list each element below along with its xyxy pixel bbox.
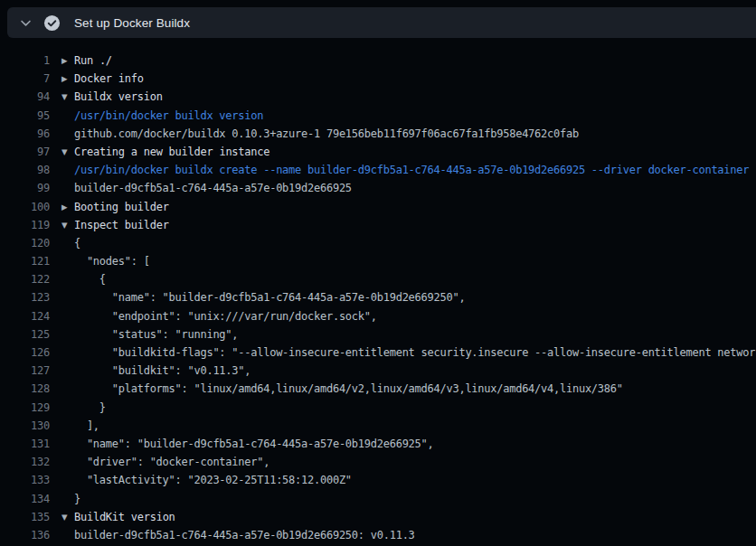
group-toggle[interactable]: ▼Inspect builder <box>50 216 756 234</box>
output-text: "lastActivity": "2023-02-25T11:58:12.000… <box>50 471 756 489</box>
log-line: 125 "status": "running", <box>0 325 756 344</box>
log-group-line[interactable]: 94▼Buildx version <box>0 88 756 106</box>
line-number[interactable]: 97 <box>0 143 50 161</box>
line-number[interactable]: 7 <box>0 70 50 88</box>
line-number[interactable]: 136 <box>0 526 50 544</box>
log-line: 126 "buildkitd-flags": "--allow-insecure… <box>0 344 756 362</box>
output-text: "buildkit": "v0.11.3", <box>50 362 756 380</box>
log-line: 121 "nodes": [ <box>0 252 756 270</box>
output-text: { <box>50 270 756 288</box>
line-number[interactable]: 95 <box>0 107 50 125</box>
triangle-expanded-icon: ▼ <box>61 143 74 161</box>
output-text: "platforms": "linux/amd64,linux/amd64/v2… <box>50 380 756 398</box>
group-toggle[interactable]: ▶Run ./ <box>50 52 756 70</box>
line-number[interactable]: 130 <box>0 417 50 435</box>
output-text: } <box>50 399 756 417</box>
group-toggle[interactable]: ▼BuildKit version <box>50 508 756 526</box>
group-label: Buildx version <box>74 90 163 103</box>
line-number[interactable]: 133 <box>0 471 50 489</box>
output-text: "name": "builder-d9cfb5a1-c764-445a-a57e… <box>50 288 756 306</box>
line-number[interactable]: 126 <box>0 344 50 362</box>
group-label: Booting builder <box>74 201 169 213</box>
log-line: 136 builder-d9cfb5a1-c764-445a-a57e-0b19… <box>0 526 756 544</box>
log-group-line[interactable]: 119▼Inspect builder <box>0 216 756 234</box>
line-number[interactable]: 96 <box>0 125 50 143</box>
output-text: ], <box>50 417 756 435</box>
line-number[interactable]: 125 <box>0 325 50 344</box>
group-label: Inspect builder <box>74 219 169 231</box>
log-line: 96 github.com/docker/buildx 0.10.3+azure… <box>0 125 756 143</box>
group-toggle[interactable]: ▼Buildx version <box>50 88 756 106</box>
triangle-collapsed-icon: ▶ <box>61 52 74 70</box>
log-lines: 1▶Run ./7▶Docker info94▼Buildx version95… <box>0 52 756 544</box>
triangle-collapsed-icon: ▶ <box>61 70 74 88</box>
log-line: 127 "buildkit": "v0.11.3", <box>0 362 756 380</box>
chevron-down-icon[interactable] <box>13 17 38 29</box>
log-line: 98 /usr/bin/docker buildx create --name … <box>0 161 756 179</box>
group-toggle[interactable]: ▼Creating a new builder instance <box>50 143 756 161</box>
line-number[interactable]: 1 <box>0 52 50 70</box>
log-line: 99 builder-d9cfb5a1-c764-445a-a57e-0b19d… <box>0 179 756 197</box>
log-line: 120 { <box>0 234 756 252</box>
output-text: builder-d9cfb5a1-c764-445a-a57e-0b19d2e6… <box>50 526 756 544</box>
line-number[interactable]: 99 <box>0 179 50 197</box>
step-title: Set up Docker Buildx <box>74 16 190 30</box>
line-number[interactable]: 124 <box>0 307 50 325</box>
log-line: 129 } <box>0 399 756 417</box>
check-circle-icon <box>42 14 61 32</box>
output-text: "nodes": [ <box>50 252 756 270</box>
group-toggle[interactable]: ▶Booting builder <box>50 198 756 216</box>
log-group-line[interactable]: 100▶Booting builder <box>0 198 756 216</box>
line-number[interactable]: 94 <box>0 88 50 106</box>
log-line: 130 ], <box>0 417 756 435</box>
output-text: "endpoint": "unix:///var/run/docker.sock… <box>50 307 756 325</box>
log-group-line[interactable]: 7▶Docker info <box>0 70 756 88</box>
log-line: 133 "lastActivity": "2023-02-25T11:58:12… <box>0 471 756 489</box>
command-text: /usr/bin/docker buildx create --name bui… <box>50 161 756 179</box>
log-group-line[interactable]: 97▼Creating a new builder instance <box>0 143 756 161</box>
line-number[interactable]: 135 <box>0 508 50 526</box>
line-number[interactable]: 100 <box>0 198 50 216</box>
output-text: "status": "running", <box>50 325 756 344</box>
log-line: 122 { <box>0 270 756 288</box>
line-number[interactable]: 127 <box>0 362 50 380</box>
log-line: 132 "driver": "docker-container", <box>0 453 756 471</box>
output-text: builder-d9cfb5a1-c764-445a-a57e-0b19d2e6… <box>50 179 756 197</box>
log-line: 131 "name": "builder-d9cfb5a1-c764-445a-… <box>0 435 756 453</box>
triangle-expanded-icon: ▼ <box>61 508 74 526</box>
log-line: 124 "endpoint": "unix:///var/run/docker.… <box>0 307 756 325</box>
output-text: github.com/docker/buildx 0.10.3+azure-1 … <box>50 125 756 143</box>
log-line: 95 /usr/bin/docker buildx version <box>0 107 756 125</box>
line-number[interactable]: 129 <box>0 399 50 417</box>
output-text: } <box>50 490 756 508</box>
group-label: Docker info <box>74 72 144 85</box>
output-text: "buildkitd-flags": "--allow-insecure-ent… <box>50 344 756 362</box>
line-number[interactable]: 98 <box>0 161 50 179</box>
log-line: 123 "name": "builder-d9cfb5a1-c764-445a-… <box>0 288 756 306</box>
line-number[interactable]: 134 <box>0 490 50 508</box>
line-number[interactable]: 122 <box>0 270 50 288</box>
triangle-collapsed-icon: ▶ <box>61 198 74 216</box>
line-number[interactable]: 131 <box>0 435 50 453</box>
output-text: "name": "builder-d9cfb5a1-c764-445a-a57e… <box>50 435 756 453</box>
line-number[interactable]: 119 <box>0 216 50 234</box>
log-line: 128 "platforms": "linux/amd64,linux/amd6… <box>0 380 756 398</box>
output-text: "driver": "docker-container", <box>50 453 756 471</box>
triangle-expanded-icon: ▼ <box>61 88 74 106</box>
step-header[interactable]: Set up Docker Buildx <box>7 7 756 38</box>
command-text: /usr/bin/docker buildx version <box>50 107 756 125</box>
log-group-line[interactable]: 135▼BuildKit version <box>0 508 756 526</box>
line-number[interactable]: 128 <box>0 380 50 398</box>
line-number[interactable]: 123 <box>0 288 50 306</box>
group-toggle[interactable]: ▶Docker info <box>50 70 756 88</box>
triangle-expanded-icon: ▼ <box>61 216 74 234</box>
group-label: Creating a new builder instance <box>74 146 269 158</box>
group-label: Run ./ <box>74 54 112 67</box>
group-label: BuildKit version <box>74 511 175 523</box>
line-number[interactable]: 120 <box>0 234 50 252</box>
output-text: { <box>50 234 756 252</box>
log-group-line[interactable]: 1▶Run ./ <box>0 52 756 70</box>
log-line: 134 } <box>0 490 756 508</box>
line-number[interactable]: 121 <box>0 252 50 270</box>
line-number[interactable]: 132 <box>0 453 50 471</box>
